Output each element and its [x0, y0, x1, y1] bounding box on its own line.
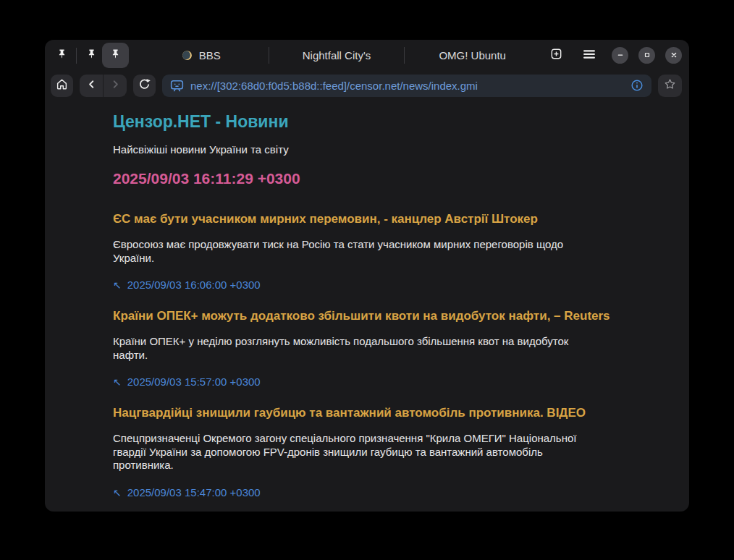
- navigation-bar: nex://[302:68d0:f0d5:b88d::feed]/censor.…: [45, 71, 689, 100]
- tab-label: OMG! Ubuntu: [439, 49, 506, 61]
- article-summary: Країни ОПЕК+ у неділю розглянуть можливі…: [113, 335, 599, 362]
- maximize-button[interactable]: [638, 47, 655, 64]
- feed-updated-timestamp: 2025/09/03 16:11:29 +0300: [113, 169, 660, 188]
- northwest-arrow-icon: ↖: [113, 486, 122, 499]
- plus-square-icon: [549, 47, 563, 64]
- home-icon: [55, 77, 69, 94]
- terminal-icon: [169, 78, 185, 93]
- northwest-arrow-icon: ↖: [113, 376, 122, 389]
- tab-strip: BBS Nightfall City's OMG! Ubuntu: [133, 40, 540, 71]
- article-title: Країни ОПЕК+ можуть додатково збільшити …: [113, 307, 623, 324]
- window-controls: [612, 47, 682, 64]
- news-article: ЄС має бути учасником мирних перемовин, …: [113, 211, 623, 292]
- menu-button[interactable]: [578, 45, 600, 67]
- news-article: Країни ОПЕК+ можуть додатково збільшити …: [113, 307, 623, 389]
- tab-bar: BBS Nightfall City's OMG! Ubuntu: [45, 40, 689, 71]
- article-timestamp-link[interactable]: ↖ 2025/09/03 16:06:00 +0300: [113, 279, 623, 292]
- moon-icon: [181, 49, 193, 61]
- pinned-tabs: [51, 43, 129, 68]
- maximize-icon: [643, 49, 651, 62]
- tab-omg-ubuntu[interactable]: OMG! Ubuntu: [405, 40, 540, 71]
- article-timestamp-link[interactable]: ↖ 2025/09/03 15:57:00 +0300: [113, 376, 623, 389]
- new-tab-button[interactable]: [545, 45, 567, 67]
- bookmark-button[interactable]: [658, 75, 682, 97]
- pinned-tab-3-active[interactable]: [102, 43, 129, 68]
- article-summary: Спецпризначенці Окремого загону спеціаль…: [113, 432, 599, 472]
- article-link-label: 2025/09/03 16:06:00 +0300: [127, 279, 261, 292]
- article-link-label: 2025/09/03 15:57:00 +0300: [127, 376, 261, 389]
- pin-divider: [76, 48, 77, 64]
- page-content: Цензор.НЕТ - Новини Найсвіжіші новини Ук…: [45, 100, 689, 499]
- pinned-tab-2[interactable]: [80, 45, 102, 67]
- article-title: ЄС має бути учасником мирних перемовин, …: [113, 211, 623, 227]
- close-button[interactable]: [665, 47, 682, 64]
- history-buttons: [80, 75, 127, 97]
- article-link-label: 2025/09/03 15:47:00 +0300: [127, 486, 261, 499]
- chevron-left-icon: [85, 78, 98, 93]
- article-title: Нацгвардійці знищили гаубицю та вантажни…: [113, 404, 623, 421]
- forward-button[interactable]: [103, 75, 127, 97]
- url-text[interactable]: nex://[302:68d0:f0d5:b88d::feed]/censor.…: [190, 80, 624, 92]
- hamburger-icon: [582, 47, 596, 64]
- tab-label: BBS: [199, 49, 221, 61]
- browser-window: BBS Nightfall City's OMG! Ubuntu: [45, 40, 689, 512]
- url-bar[interactable]: nex://[302:68d0:f0d5:b88d::feed]/censor.…: [162, 75, 651, 97]
- page-info-icon[interactable]: [630, 78, 644, 93]
- close-icon: [670, 49, 678, 62]
- reload-icon: [138, 77, 151, 94]
- reload-button[interactable]: [133, 75, 156, 97]
- pushpin-icon: [56, 48, 67, 62]
- pushpin-icon: [86, 48, 97, 62]
- pinned-tab-1[interactable]: [51, 45, 72, 67]
- back-button[interactable]: [80, 75, 103, 97]
- northwest-arrow-icon: ↖: [113, 279, 122, 292]
- page-subtitle: Найсвіжіші новини України та світу: [113, 143, 660, 157]
- tab-bbs[interactable]: BBS: [133, 40, 269, 71]
- tab-label: Nightfall City's: [303, 49, 371, 61]
- article-timestamp-link[interactable]: ↖ 2025/09/03 15:47:00 +0300: [113, 486, 623, 499]
- star-icon: [663, 77, 677, 94]
- home-button[interactable]: [51, 75, 73, 97]
- minimize-icon: [616, 49, 625, 62]
- article-summary: Євросоюз має продовжувати тиск на Росію …: [113, 238, 599, 265]
- minimize-button[interactable]: [612, 47, 628, 64]
- page-title: Цензор.НЕТ - Новини: [113, 111, 660, 132]
- news-article: Нацгвардійці знищили гаубицю та вантажни…: [113, 404, 623, 499]
- pushpin-icon: [110, 48, 121, 62]
- tab-nightfall-citys[interactable]: Nightfall City's: [269, 40, 405, 71]
- chevron-right-icon: [109, 78, 122, 93]
